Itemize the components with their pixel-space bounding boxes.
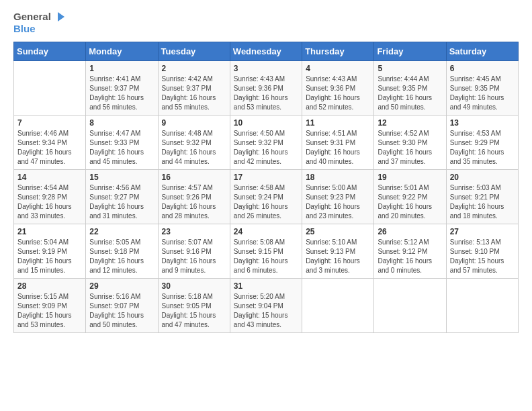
day-number: 15	[89, 173, 154, 182]
day-number: 11	[306, 118, 370, 128]
day-number: 23	[162, 227, 226, 236]
day-info: Sunrise: 4:41 AM Sunset: 9:37 PM Dayligh…	[89, 75, 154, 112]
calendar-cell: 3Sunrise: 4:43 AM Sunset: 9:36 PM Daylig…	[230, 60, 302, 115]
day-info: Sunrise: 5:10 AM Sunset: 9:13 PM Dayligh…	[306, 238, 370, 275]
day-number: 3	[234, 64, 298, 73]
day-number: 25	[306, 227, 370, 236]
day-number: 6	[450, 64, 515, 73]
calendar-cell: 17Sunrise: 4:58 AM Sunset: 9:24 PM Dayli…	[230, 169, 302, 224]
calendar-cell: 30Sunrise: 5:18 AM Sunset: 9:05 PM Dayli…	[158, 278, 230, 332]
day-number: 14	[17, 173, 82, 182]
day-number: 1	[89, 64, 154, 73]
calendar-cell: 24Sunrise: 5:08 AM Sunset: 9:15 PM Dayli…	[230, 224, 302, 278]
calendar-header-row: SundayMondayTuesdayWednesdayThursdayFrid…	[14, 42, 519, 60]
calendar-cell: 8Sunrise: 4:47 AM Sunset: 9:33 PM Daylig…	[86, 115, 158, 169]
calendar-week-1: 1Sunrise: 4:41 AM Sunset: 9:37 PM Daylig…	[14, 60, 519, 115]
day-info: Sunrise: 5:04 AM Sunset: 9:19 PM Dayligh…	[17, 238, 82, 275]
day-info: Sunrise: 4:45 AM Sunset: 9:35 PM Dayligh…	[450, 75, 515, 112]
day-info: Sunrise: 4:47 AM Sunset: 9:33 PM Dayligh…	[89, 129, 154, 167]
day-number: 10	[234, 118, 298, 128]
calendar-cell	[446, 278, 518, 332]
day-info: Sunrise: 4:52 AM Sunset: 9:30 PM Dayligh…	[378, 129, 442, 167]
calendar-cell: 5Sunrise: 4:44 AM Sunset: 9:35 PM Daylig…	[374, 60, 446, 115]
logo-arrow-icon	[52, 11, 64, 23]
day-number: 27	[450, 227, 515, 236]
calendar-cell	[14, 60, 86, 115]
calendar-cell: 11Sunrise: 4:51 AM Sunset: 9:31 PM Dayli…	[302, 115, 374, 169]
calendar-week-2: 7Sunrise: 4:46 AM Sunset: 9:34 PM Daylig…	[14, 115, 519, 169]
calendar-cell: 2Sunrise: 4:42 AM Sunset: 9:37 PM Daylig…	[158, 60, 230, 115]
day-number: 22	[89, 227, 154, 236]
calendar-cell: 10Sunrise: 4:50 AM Sunset: 9:32 PM Dayli…	[230, 115, 302, 169]
calendar-cell: 12Sunrise: 4:52 AM Sunset: 9:30 PM Dayli…	[374, 115, 446, 169]
day-number: 18	[306, 173, 370, 182]
day-info: Sunrise: 4:56 AM Sunset: 9:27 PM Dayligh…	[89, 183, 154, 221]
header-day-friday: Friday	[374, 42, 446, 60]
calendar-cell: 19Sunrise: 5:01 AM Sunset: 9:22 PM Dayli…	[374, 169, 446, 224]
header-day-thursday: Thursday	[302, 42, 374, 60]
day-info: Sunrise: 4:54 AM Sunset: 9:28 PM Dayligh…	[17, 183, 82, 221]
day-number: 7	[17, 118, 82, 128]
calendar-cell: 6Sunrise: 4:45 AM Sunset: 9:35 PM Daylig…	[446, 60, 518, 115]
day-info: Sunrise: 5:18 AM Sunset: 9:05 PM Dayligh…	[162, 292, 226, 330]
day-number: 2	[162, 64, 226, 73]
day-info: Sunrise: 4:42 AM Sunset: 9:37 PM Dayligh…	[162, 75, 226, 112]
day-info: Sunrise: 5:12 AM Sunset: 9:12 PM Dayligh…	[378, 238, 442, 275]
day-info: Sunrise: 4:48 AM Sunset: 9:32 PM Dayligh…	[162, 129, 226, 167]
day-info: Sunrise: 5:20 AM Sunset: 9:04 PM Dayligh…	[234, 292, 298, 330]
header-day-tuesday: Tuesday	[158, 42, 230, 60]
day-number: 21	[17, 227, 82, 236]
day-number: 12	[378, 118, 442, 128]
logo-general-text: General	[13, 11, 51, 23]
day-info: Sunrise: 4:43 AM Sunset: 9:36 PM Dayligh…	[306, 75, 370, 112]
day-number: 4	[306, 64, 370, 73]
day-number: 20	[450, 173, 515, 182]
calendar-week-3: 14Sunrise: 4:54 AM Sunset: 9:28 PM Dayli…	[14, 169, 519, 224]
calendar-table: SundayMondayTuesdayWednesdayThursdayFrid…	[13, 42, 519, 333]
day-number: 24	[234, 227, 298, 236]
day-info: Sunrise: 4:44 AM Sunset: 9:35 PM Dayligh…	[378, 75, 442, 112]
day-info: Sunrise: 4:51 AM Sunset: 9:31 PM Dayligh…	[306, 129, 370, 167]
day-number: 13	[450, 118, 515, 128]
day-info: Sunrise: 5:13 AM Sunset: 9:10 PM Dayligh…	[450, 238, 515, 275]
logo-blue-text: Blue	[13, 23, 36, 34]
calendar-cell: 20Sunrise: 5:03 AM Sunset: 9:21 PM Dayli…	[446, 169, 518, 224]
header-day-saturday: Saturday	[446, 42, 518, 60]
calendar-cell: 15Sunrise: 4:56 AM Sunset: 9:27 PM Dayli…	[86, 169, 158, 224]
day-info: Sunrise: 5:07 AM Sunset: 9:16 PM Dayligh…	[162, 238, 226, 275]
day-number: 30	[162, 281, 226, 291]
day-info: Sunrise: 4:58 AM Sunset: 9:24 PM Dayligh…	[234, 183, 298, 221]
day-info: Sunrise: 4:46 AM Sunset: 9:34 PM Dayligh…	[17, 129, 82, 167]
day-info: Sunrise: 4:50 AM Sunset: 9:32 PM Dayligh…	[234, 129, 298, 167]
header-day-monday: Monday	[86, 42, 158, 60]
day-number: 31	[234, 281, 298, 291]
calendar-cell: 28Sunrise: 5:15 AM Sunset: 9:09 PM Dayli…	[14, 278, 86, 332]
header-day-sunday: Sunday	[14, 42, 86, 60]
day-info: Sunrise: 5:03 AM Sunset: 9:21 PM Dayligh…	[450, 183, 515, 221]
day-info: Sunrise: 4:43 AM Sunset: 9:36 PM Dayligh…	[234, 75, 298, 112]
calendar-cell: 21Sunrise: 5:04 AM Sunset: 9:19 PM Dayli…	[14, 224, 86, 278]
calendar-cell: 18Sunrise: 5:00 AM Sunset: 9:23 PM Dayli…	[302, 169, 374, 224]
calendar-cell: 4Sunrise: 4:43 AM Sunset: 9:36 PM Daylig…	[302, 60, 374, 115]
logo: General Blue	[13, 11, 64, 35]
day-info: Sunrise: 5:16 AM Sunset: 9:07 PM Dayligh…	[89, 292, 154, 330]
calendar-week-5: 28Sunrise: 5:15 AM Sunset: 9:09 PM Dayli…	[14, 278, 519, 332]
calendar-cell: 9Sunrise: 4:48 AM Sunset: 9:32 PM Daylig…	[158, 115, 230, 169]
calendar-cell: 26Sunrise: 5:12 AM Sunset: 9:12 PM Dayli…	[374, 224, 446, 278]
calendar-cell: 27Sunrise: 5:13 AM Sunset: 9:10 PM Dayli…	[446, 224, 518, 278]
day-number: 29	[89, 281, 154, 291]
day-number: 16	[162, 173, 226, 182]
day-number: 9	[162, 118, 226, 128]
calendar-cell: 29Sunrise: 5:16 AM Sunset: 9:07 PM Dayli…	[86, 278, 158, 332]
svg-marker-0	[58, 12, 64, 21]
calendar-cell: 31Sunrise: 5:20 AM Sunset: 9:04 PM Dayli…	[230, 278, 302, 332]
day-info: Sunrise: 4:57 AM Sunset: 9:26 PM Dayligh…	[162, 183, 226, 221]
day-info: Sunrise: 5:01 AM Sunset: 9:22 PM Dayligh…	[378, 183, 442, 221]
day-number: 26	[378, 227, 442, 236]
logo-container: General Blue	[13, 11, 64, 35]
header-day-wednesday: Wednesday	[230, 42, 302, 60]
calendar-cell: 16Sunrise: 4:57 AM Sunset: 9:26 PM Dayli…	[158, 169, 230, 224]
calendar-cell	[374, 278, 446, 332]
day-number: 17	[234, 173, 298, 182]
calendar-cell: 23Sunrise: 5:07 AM Sunset: 9:16 PM Dayli…	[158, 224, 230, 278]
